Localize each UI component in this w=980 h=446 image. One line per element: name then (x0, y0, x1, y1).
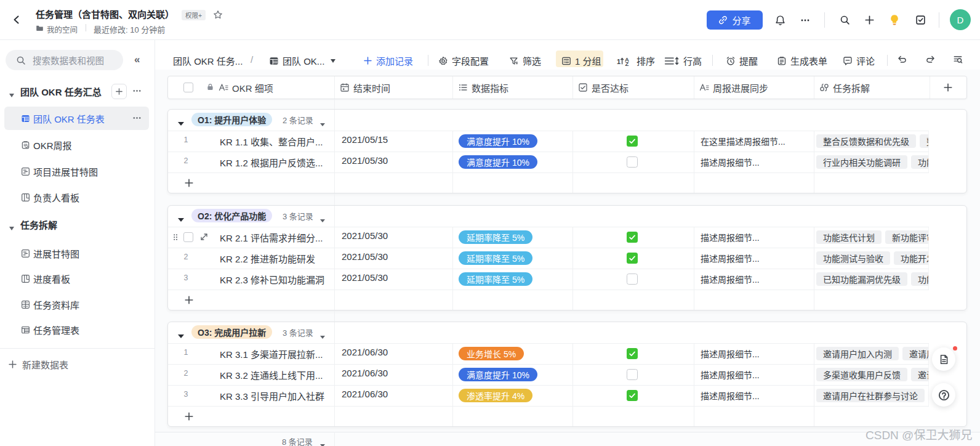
svg-text:Z: Z (625, 60, 629, 66)
svg-text:1: 1 (617, 57, 621, 65)
